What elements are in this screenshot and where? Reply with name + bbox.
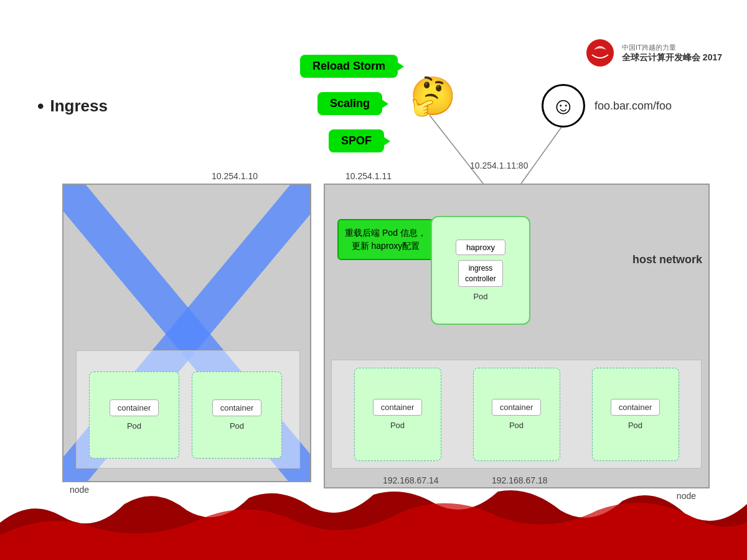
container-r3: container bbox=[611, 399, 660, 416]
container-label-1: container bbox=[110, 399, 159, 416]
bullet-dot: • bbox=[37, 97, 44, 116]
left-inner-box: container Pod container Pod bbox=[76, 350, 300, 469]
svg-line-4 bbox=[520, 124, 563, 185]
svg-point-6 bbox=[586, 39, 614, 67]
smiley-face: ☺ bbox=[542, 84, 585, 128]
ip-left-node: 10.254.1.10 bbox=[212, 171, 258, 181]
logo-sub: 中国IT跨越的力量 bbox=[622, 43, 722, 52]
logo-icon bbox=[585, 37, 616, 68]
container-label-2: container bbox=[212, 399, 261, 416]
ip-middle-node: 10.254.1.11 bbox=[345, 171, 392, 181]
bottom-pods-area: container Pod container Pod container Po… bbox=[331, 360, 702, 469]
smiley-container: ☺ foo.bar.com/foo bbox=[542, 84, 672, 128]
haproxy-pod: haproxy ingresscontroller Pod bbox=[431, 216, 530, 325]
node-left: container Pod container Pod node bbox=[62, 184, 311, 482]
pod-label-2: Pod bbox=[230, 421, 244, 431]
container-r2: container bbox=[492, 399, 541, 416]
bubble-scaling: Scaling bbox=[317, 92, 382, 115]
container-r1: container bbox=[373, 399, 422, 416]
pod-r3-label: Pod bbox=[628, 421, 642, 430]
pod-right-1: container Pod bbox=[354, 368, 441, 461]
ip-pod2: 192.168.67.18 bbox=[492, 475, 548, 485]
bubble-spof: SPOF bbox=[329, 129, 384, 152]
header-logo: 中国IT跨越的力量 全球云计算开发峰会 2017 bbox=[585, 37, 722, 68]
pod-r1-label: Pod bbox=[390, 421, 405, 430]
ingress-label: Ingress bbox=[50, 96, 108, 116]
ip-pod1: 192.168.67.14 bbox=[383, 475, 439, 485]
haproxy-label: haproxy bbox=[456, 240, 505, 255]
logo-title: 全球云计算开发峰会 2017 bbox=[622, 52, 722, 63]
ingress-controller-label: ingresscontroller bbox=[458, 260, 502, 287]
smiley-label: foo.bar.com/foo bbox=[594, 100, 672, 113]
pod-left-2: container Pod bbox=[192, 371, 282, 459]
thinking-emoji: 🤔 bbox=[410, 78, 456, 115]
pod-label-1: Pod bbox=[127, 421, 141, 431]
svg-line-5 bbox=[430, 115, 486, 187]
pod-left-1: container Pod bbox=[89, 371, 179, 459]
callout-box: 重载后端 Pod 信息，更新 haproxy配置 bbox=[337, 219, 434, 260]
ip-switch: 10.254.1.11:80 bbox=[470, 161, 528, 170]
bubble-reload: Reload Storm bbox=[300, 55, 398, 78]
pod-main-label: Pod bbox=[473, 292, 487, 301]
pod-right-2: container Pod bbox=[473, 368, 560, 461]
host-network-label: host network bbox=[632, 253, 702, 266]
pod-right-3: container Pod bbox=[592, 368, 679, 461]
mountain-decoration bbox=[0, 485, 747, 560]
node-right: host network 重载后端 Pod 信息，更新 haproxy配置 ha… bbox=[324, 184, 710, 488]
bullet-ingress: • Ingress bbox=[37, 96, 108, 116]
pod-r2-label: Pod bbox=[509, 421, 524, 430]
